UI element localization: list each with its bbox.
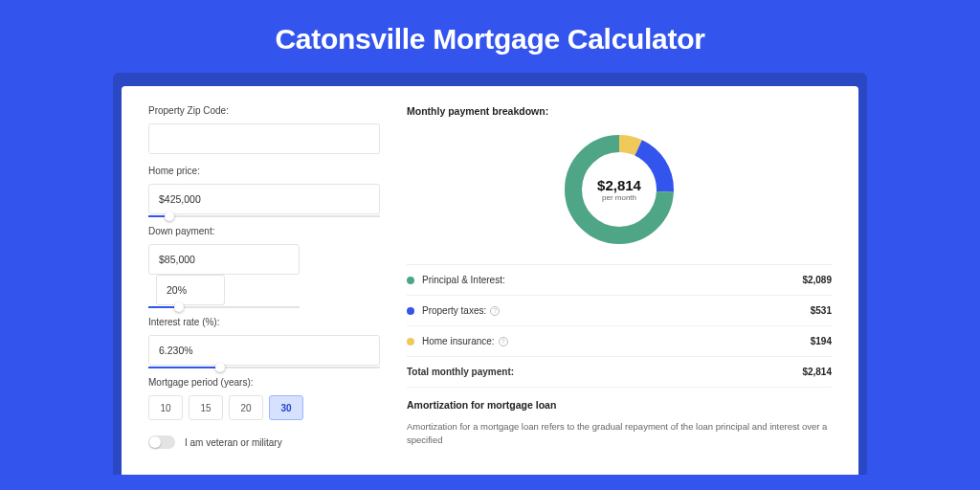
price-slider[interactable] [148,215,380,217]
breakdown-panel: Monthly payment breakdown: $2,814 per mo… [407,105,832,475]
legend-label: Property taxes:? [422,305,811,316]
amortization-section: Amortization for mortgage loan Amortizat… [407,399,832,448]
legend-row: Home insurance:?$194 [407,326,832,357]
rate-input[interactable] [148,335,380,366]
down-label: Down payment: [148,226,380,236]
period-field: Mortgage period (years): 10152030 [148,377,380,420]
rate-label: Interest rate (%): [148,317,380,327]
period-option-30[interactable]: 30 [269,395,303,420]
price-label: Home price: [148,166,380,176]
legend-value: $194 [811,336,832,346]
zip-label: Property Zip Code: [148,105,380,116]
period-option-15[interactable]: 15 [189,395,223,420]
legend-value: $2,089 [802,275,832,285]
price-field: Home price: [148,166,380,214]
legend-row: Property taxes:?$531 [407,296,832,326]
breakdown-heading: Monthly payment breakdown: [407,105,832,117]
rate-field: Interest rate (%): [148,317,380,366]
legend-label: Home insurance:? [422,336,811,346]
down-slider[interactable] [148,306,300,308]
info-icon[interactable]: ? [490,306,500,316]
rate-slider[interactable] [148,367,380,368]
donut-sub: per month [602,193,636,202]
period-option-20[interactable]: 20 [229,395,263,420]
amortization-heading: Amortization for mortgage loan [407,399,832,411]
down-field: Down payment: [148,226,380,305]
down-input[interactable] [148,244,300,275]
toggle-knob [149,436,161,448]
veteran-row: I am veteran or military [148,435,380,449]
legend-dot [407,338,414,345]
donut-wrap: $2,814 per month [407,124,832,264]
period-option-10[interactable]: 10 [148,395,183,420]
zip-field: Property Zip Code: [148,105,380,154]
donut-center: $2,814 per month [560,130,679,249]
calculator-card: Property Zip Code: Home price: Down paym… [122,86,858,475]
rate-slider-thumb[interactable] [215,363,225,372]
legend-total-row: Total monthly payment: $2,814 [407,357,832,388]
info-icon[interactable]: ? [499,337,508,346]
legend: Principal & Interest:$2,089Property taxe… [407,264,832,357]
period-label: Mortgage period (years): [148,377,380,388]
amortization-text: Amortization for a mortgage loan refers … [407,420,832,448]
down-pct-input[interactable] [156,275,225,305]
price-input[interactable] [148,184,380,214]
zip-input[interactable] [148,123,380,154]
down-slider-thumb[interactable] [174,302,184,312]
content-band: Property Zip Code: Home price: Down paym… [113,73,867,475]
donut-chart: $2,814 per month [560,130,679,249]
legend-total-label: Total monthly payment: [407,367,802,377]
veteran-toggle[interactable] [148,435,175,449]
veteran-label: I am veteran or military [185,437,282,448]
legend-row: Principal & Interest:$2,089 [407,265,832,296]
legend-label: Principal & Interest: [422,275,802,285]
legend-dot [407,277,414,284]
legend-dot [407,307,414,315]
price-slider-thumb[interactable] [165,212,174,221]
legend-total-value: $2,814 [802,367,832,377]
legend-value: $531 [811,305,832,316]
form-panel: Property Zip Code: Home price: Down paym… [148,105,380,475]
donut-amount: $2,814 [597,177,641,193]
rate-slider-fill [148,367,220,368]
period-group: 10152030 [148,395,380,420]
page-title: Catonsville Mortgage Calculator [0,23,980,56]
